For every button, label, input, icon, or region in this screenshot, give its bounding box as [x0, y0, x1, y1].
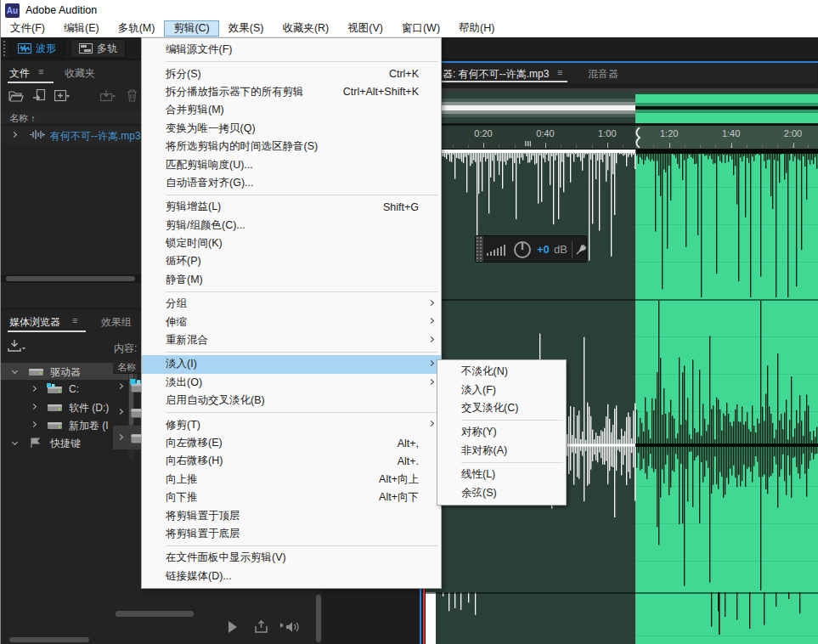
menu-item-b[interactable]: 启用自动交叉淡化(B) [142, 392, 441, 410]
menu-item-y[interactable]: 对称(Y) [437, 423, 566, 441]
tree-expander-icon[interactable] [31, 421, 37, 427]
menu-item-k[interactable]: 锁定时间(K) [142, 234, 441, 252]
new-item-icon[interactable] [54, 90, 71, 102]
tab-effects-rack[interactable]: 效果组 [101, 315, 132, 330]
menu-item-[interactable]: 将剪辑置于底层 [142, 525, 441, 543]
menu-item-c[interactable]: 剪辑/组颜色(C)... [142, 217, 441, 234]
menu-item-[interactable]: 重新混合 [142, 331, 441, 349]
tab-media-browser[interactable]: 媒体浏览器 [9, 315, 60, 330]
menubar-item-8[interactable]: 窗口(W) [392, 20, 449, 37]
menubar-item-7[interactable]: 视图(V) [338, 20, 392, 37]
menu-item-m[interactable]: 合并剪辑(M) [142, 101, 441, 119]
gain-value[interactable]: +0 [537, 243, 550, 256]
tab-mixer[interactable]: 混音器 [588, 67, 618, 82]
menu-item-[interactable]: 伸缩 [142, 313, 441, 330]
tree-expander-icon[interactable] [12, 439, 18, 445]
tree-expander-icon[interactable] [31, 386, 37, 392]
gain-knob[interactable] [513, 240, 532, 259]
menu-item-s[interactable]: 拆分(S)Ctrl+K [142, 65, 441, 82]
media-panel-menu-icon[interactable]: ≡ [72, 315, 77, 325]
menu-item-[interactable]: 拆分播放指示器下的所有剪辑Ctrl+Alt+Shift+K [142, 83, 441, 101]
tab-files[interactable]: 文件 [9, 66, 30, 81]
media-hscroll-thumb[interactable] [116, 611, 194, 617]
menubar-item-3[interactable]: 多轨(M) [109, 20, 165, 37]
menu-item-n[interactable]: 不淡化(N) [437, 363, 566, 381]
menu-item-l[interactable]: 线性(L) [437, 466, 566, 483]
auto-play-button[interactable] [279, 620, 300, 634]
submenu-arrow-icon [428, 336, 434, 342]
menu-item-g[interactable]: 自动语音对齐(G)... [142, 174, 441, 192]
menu-item-o[interactable]: 淡出(O) [142, 374, 441, 392]
menubar-item-4[interactable]: 剪辑(C) [164, 20, 218, 37]
tree-expander-icon[interactable] [31, 404, 37, 410]
menu-item-u[interactable]: 匹配剪辑响度(U)... [142, 155, 441, 173]
menu-item-f[interactable]: 编辑源文件(F) [142, 41, 441, 59]
channel-divider-2[interactable] [426, 592, 818, 594]
download-icon[interactable] [8, 339, 26, 353]
menu-item-c[interactable]: 交叉淡化(C) [437, 399, 566, 417]
menubar-item-6[interactable]: 收藏夹(R) [273, 20, 338, 37]
menu-item-[interactable]: 向下推Alt+向下 [142, 489, 441, 506]
tree-expander-icon[interactable] [12, 368, 18, 374]
import-file-icon[interactable] [32, 89, 48, 102]
loop-playback-button[interactable] [254, 619, 269, 635]
menu-item-m[interactable]: 静音(M) [142, 271, 441, 289]
menu-item-h[interactable]: 向右微移(H)Alt+. [142, 452, 441, 470]
hud-grip[interactable] [476, 236, 483, 262]
editor-tab-underline [421, 81, 567, 82]
tab-favorites[interactable]: 收藏夹 [65, 66, 95, 81]
multitrack-view-button[interactable]: 多轨 [71, 39, 126, 58]
menu-item-t[interactable]: 修剪(T) [142, 415, 441, 433]
batch-export-icon[interactable] [100, 90, 117, 102]
menu-item-s[interactable]: 余弦(S) [437, 483, 566, 501]
menubar-item-9[interactable]: 帮助(H) [449, 20, 504, 37]
menu-item-l[interactable]: 剪辑增益(L)Shift+G [142, 198, 441, 216]
menubar-item-1[interactable]: 文件(F) [1, 20, 54, 37]
channel-divider[interactable] [426, 299, 818, 301]
content-expander-icon[interactable] [117, 383, 123, 389]
menu-item-a[interactable]: 非对称(A) [437, 442, 566, 460]
menubar-item-2[interactable]: 编辑(E) [54, 20, 109, 37]
media-vscroll-thumb[interactable] [316, 595, 321, 642]
menu-item-[interactable]: 向上推Alt+向上 [142, 471, 441, 489]
ruler-minor-tick [453, 145, 454, 148]
menu-item-label: 将剪辑置于顶层 [166, 509, 419, 523]
ruler-minor-tick [715, 145, 716, 148]
editor-panel-menu-icon[interactable]: ≡ [557, 67, 562, 77]
menu-separator [461, 462, 563, 463]
menu-item-v[interactable]: 在文件面板中显示剪辑(V) [142, 549, 441, 567]
menubar-item-5[interactable]: 效果(S) [219, 20, 274, 37]
menu-item-i[interactable]: 淡入(I) [142, 355, 441, 373]
menu-item-label: 剪辑增益(L) [166, 200, 349, 214]
waveform-view-button[interactable]: 波形 [9, 39, 65, 58]
toolbar-grip[interactable] [3, 40, 7, 57]
menu-item-[interactable]: 分组 [142, 295, 441, 313]
menu-item-label: 余弦(S) [461, 486, 544, 500]
menu-item-s[interactable]: 将所选剪辑内的时间选区静音(S) [142, 138, 441, 155]
overview-selection[interactable] [635, 93, 818, 123]
open-folder-icon[interactable] [8, 90, 24, 102]
menu-item-shortcut: Shift+G [383, 201, 419, 213]
menu-item-e[interactable]: 向左微移(E)Alt+, [142, 434, 441, 452]
menu-item-p[interactable]: 循环(P) [142, 252, 441, 270]
file-expander-icon[interactable] [11, 132, 17, 138]
menu-item-label: 交叉淡化(C) [461, 401, 544, 415]
waveform-icon [18, 43, 31, 54]
trash-icon[interactable] [127, 89, 138, 102]
content-expander-icon[interactable] [117, 409, 123, 415]
bottom-hscroll-thumb[interactable] [9, 637, 89, 642]
content-expander-icon[interactable] [117, 434, 123, 440]
file-name[interactable]: 有何不可--许嵩.mp3 [50, 129, 141, 144]
overview-strip[interactable] [426, 88, 818, 126]
hud-pin-icon[interactable] [576, 244, 587, 255]
menu-item-d[interactable]: 链接媒体(D)... [142, 568, 441, 585]
files-hscroll-thumb[interactable] [6, 276, 135, 281]
timeline-ruler[interactable]: 0:200:401:001:201:402:00 [426, 126, 818, 150]
menu-item-q[interactable]: 变换为唯一拷贝(Q) [142, 120, 441, 138]
files-panel-menu-icon[interactable]: ≡ [38, 66, 43, 76]
menu-item-[interactable]: 将剪辑置于顶层 [142, 506, 441, 524]
menu-item-f[interactable]: 淡入(F) [437, 381, 566, 398]
play-button[interactable] [227, 620, 239, 634]
ruler-marker [525, 141, 533, 146]
selection-start-handle[interactable] [633, 127, 641, 148]
